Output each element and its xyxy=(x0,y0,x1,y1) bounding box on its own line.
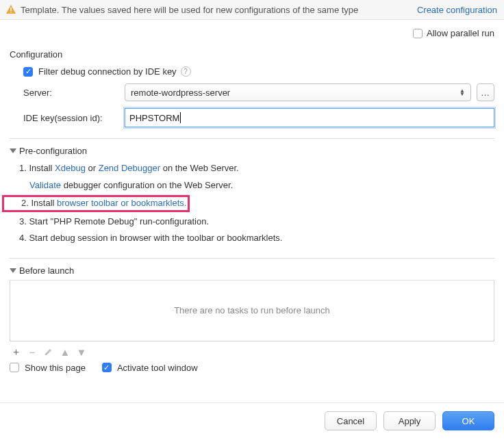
divider xyxy=(10,138,494,139)
edit-task-button xyxy=(44,348,53,356)
preconfiguration-list: 1. Install Xdebug or Zend Debugger on th… xyxy=(19,160,494,247)
cancel-button[interactable]: Cancel xyxy=(325,411,377,430)
ide-key-input[interactable]: PHPSTORM xyxy=(125,108,494,127)
apply-button[interactable]: Apply xyxy=(383,411,436,430)
move-down-button: ▼ xyxy=(77,346,86,358)
warning-icon xyxy=(5,4,16,15)
divider xyxy=(10,258,494,259)
before-launch-header[interactable]: Before launch xyxy=(10,266,494,276)
before-launch-list: There are no tasks to run before launch xyxy=(10,280,494,341)
ide-key-label: IDE key(session id): xyxy=(23,113,119,123)
help-icon[interactable]: ? xyxy=(181,66,191,77)
ok-button[interactable]: OK xyxy=(442,411,494,430)
ide-key-value: PHPSTORM xyxy=(129,113,179,123)
server-select-value: remote-wordpress-server xyxy=(131,88,230,98)
add-task-button[interactable]: ＋ xyxy=(11,346,21,359)
svg-rect-1 xyxy=(10,12,12,13)
template-banner-text: Template. The values saved here will be … xyxy=(21,5,413,15)
allow-parallel-run-checkbox[interactable] xyxy=(413,29,423,38)
configuration-section-title: Configuration xyxy=(10,49,494,60)
preconfiguration-header[interactable]: Pre-configuration xyxy=(10,146,494,156)
updown-icon: ▲▼ xyxy=(459,89,465,96)
browser-toolbar-link[interactable]: browser toolbar or bookmarklets. xyxy=(57,198,186,208)
server-browse-button[interactable]: … xyxy=(477,83,494,101)
before-launch-empty-text: There are no tasks to run before launch xyxy=(174,305,330,315)
show-this-page-checkbox[interactable] xyxy=(10,363,19,372)
validate-link[interactable]: Validate xyxy=(29,180,61,190)
chevron-down-icon xyxy=(10,268,16,273)
preconf-step-4: 4. Start debug session in browser with t… xyxy=(19,230,494,247)
move-up-button: ▲ xyxy=(60,346,70,358)
text-caret xyxy=(180,112,181,123)
allow-parallel-run-label: Allow parallel run xyxy=(427,28,494,38)
template-banner: Template. The values saved here will be … xyxy=(0,0,504,20)
chevron-down-icon xyxy=(10,148,16,153)
xdebug-link[interactable]: Xdebug xyxy=(55,163,86,173)
create-configuration-link[interactable]: Create configuration xyxy=(417,5,497,15)
preconf-step-2-highlight: 2. Install browser toolbar or bookmarkle… xyxy=(2,195,190,211)
server-select[interactable]: remote-wordpress-server ▲▼ xyxy=(125,83,471,101)
server-label: Server: xyxy=(23,88,119,98)
before-launch-toolbar: ＋ − ▲ ▼ xyxy=(10,341,494,359)
zend-debugger-link[interactable]: Zend Debugger xyxy=(99,163,160,173)
dialog-button-bar: Cancel Apply OK xyxy=(0,402,504,440)
svg-rect-0 xyxy=(10,8,12,11)
show-this-page-label: Show this page xyxy=(25,363,86,373)
preconf-step-3: 3. Start "PHP Remote Debug" run-configur… xyxy=(19,213,494,231)
remove-task-button: − xyxy=(27,346,37,358)
filter-debug-label: Filter debug connection by IDE key xyxy=(38,66,177,77)
activate-tool-window-label: Activate tool window xyxy=(117,363,198,373)
preconfiguration-title: Pre-configuration xyxy=(19,146,87,156)
before-launch-title: Before launch xyxy=(19,266,74,276)
filter-debug-checkbox[interactable]: ✓ xyxy=(23,67,33,77)
preconf-step-1: 1. Install Xdebug or Zend Debugger on th… xyxy=(19,160,494,177)
activate-tool-window-checkbox[interactable]: ✓ xyxy=(102,363,112,372)
preconf-validate: Validate debugger configuration on the W… xyxy=(19,177,494,194)
